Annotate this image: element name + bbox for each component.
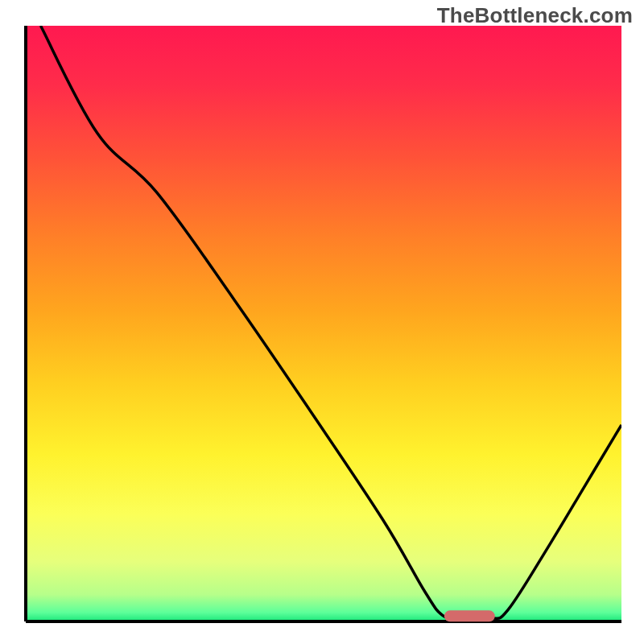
chart-container: { "watermark": "TheBottleneck.com", "plo…	[0, 0, 644, 644]
chart-svg	[0, 0, 644, 644]
watermark-text: TheBottleneck.com	[437, 3, 633, 28]
gradient-background	[26, 26, 621, 621]
optimal-marker	[444, 610, 495, 621]
